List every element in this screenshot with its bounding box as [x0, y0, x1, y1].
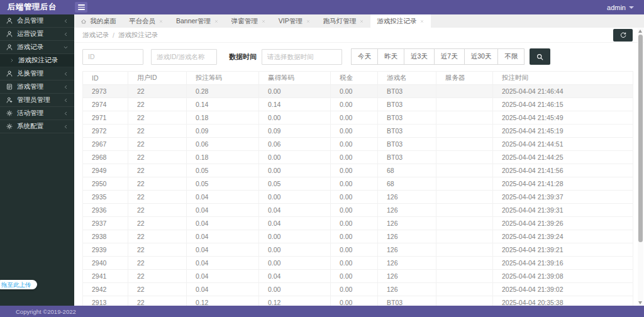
sidebar-item-7[interactable]: 系统配置 — [0, 120, 74, 133]
sidebar-item-label: 会员管理 — [17, 16, 43, 25]
quick-date-button-0[interactable]: 今天 — [351, 48, 378, 65]
close-icon — [306, 19, 311, 24]
tab-close-icon[interactable] — [158, 19, 164, 24]
table-cell: 2025-04-04 21:39:21 — [493, 243, 633, 257]
hamburger-icon — [78, 4, 85, 6]
table-cell: 0.00 — [331, 191, 378, 204]
quick-date-button-1[interactable]: 昨天 — [377, 48, 404, 65]
quick-date-button-5[interactable]: 不限 — [497, 48, 525, 65]
date-input[interactable] — [262, 49, 342, 65]
table-cell: 2025-04-04 21:44:51 — [493, 138, 633, 151]
table-cell: 0.00 — [331, 243, 378, 257]
tab-0[interactable]: 我的桌面 — [74, 14, 123, 28]
scroll-down-icon[interactable] — [638, 301, 642, 304]
table-cell: 0.18 — [187, 151, 259, 164]
user-icon — [6, 43, 13, 51]
table-cell: 2974 — [83, 98, 128, 111]
search-button[interactable] — [530, 48, 550, 65]
table-cell: 22 — [128, 177, 187, 191]
table-cell — [436, 257, 493, 270]
quick-date-group: 今天昨天近3天近7天近30天不限 — [351, 48, 525, 65]
sidebar-item-4[interactable]: 游戏管理 — [0, 81, 74, 94]
table-cell: 0.00 — [259, 111, 331, 125]
table-cell: 2938 — [83, 230, 128, 243]
quick-date-button-2[interactable]: 近3天 — [404, 48, 435, 65]
table-cell: 0.14 — [259, 98, 331, 111]
table-cell — [436, 164, 493, 177]
column-header-6: 服务器 — [436, 72, 493, 85]
table-cell: 0.00 — [331, 111, 378, 125]
table-cell: 68 — [378, 177, 436, 191]
tab-3[interactable]: 弹窗管理 — [225, 14, 272, 28]
column-header-2: 投注筹码 — [187, 72, 259, 85]
sidebar-item-0[interactable]: 会员管理 — [0, 14, 74, 28]
table-row: 2973220.280.000.00BT032025-04-04 21:46:4… — [83, 85, 633, 98]
table-row: 2942220.040.000.001262025-04-04 21:39:02 — [83, 283, 633, 296]
tab-4[interactable]: VIP管理 — [272, 14, 317, 28]
table-row: 2941220.040.040.001262025-04-04 21:39:08 — [83, 270, 633, 283]
tab-close-icon[interactable] — [419, 19, 425, 24]
quick-date-button-3[interactable]: 近7天 — [434, 48, 465, 65]
date-label: 数据时间 — [229, 52, 257, 62]
table-cell: 0.06 — [259, 138, 331, 151]
quick-date-button-4[interactable]: 近30天 — [464, 48, 499, 65]
table-cell: 2968 — [83, 151, 128, 164]
table-cell: BT03 — [378, 85, 436, 98]
close-icon — [261, 19, 266, 24]
tab-close-icon[interactable] — [306, 19, 311, 24]
chevron-left-icon — [63, 18, 69, 24]
upload-drop-hint[interactable]: 拖至此上传 — [0, 280, 37, 289]
table-cell: 126 — [378, 243, 436, 257]
table-row: 2949220.050.000.00682025-04-04 21:41:56 — [83, 164, 633, 177]
user-icon — [6, 17, 13, 25]
sidebar-item-1[interactable]: 运营设置 — [0, 28, 74, 41]
table-cell: 0.00 — [331, 270, 378, 283]
tab-5[interactable]: 跑马灯管理 — [317, 14, 371, 28]
scroll-up-icon[interactable] — [638, 30, 642, 33]
tab-2[interactable]: Banner管理 — [170, 14, 225, 28]
table-cell: 22 — [128, 230, 187, 243]
scrollbar-thumb[interactable] — [638, 35, 643, 242]
id-input[interactable] — [82, 49, 143, 65]
table-cell: 2025-04-04 21:46:15 — [493, 98, 633, 111]
chevron-down-icon — [629, 6, 634, 9]
sidebar-item-label: 活动管理 — [17, 109, 43, 118]
tab-6[interactable]: 游戏投注记录 — [370, 14, 431, 28]
sidebar-item-label: 兑换管理 — [17, 69, 43, 78]
sidebar-item-2[interactable]: 游戏记录 — [0, 41, 74, 54]
app-title: 后端管理后台 — [0, 2, 67, 13]
table-row: 2936220.040.040.001262025-04-04 21:39:31 — [83, 204, 633, 217]
table-cell: 0.04 — [187, 243, 259, 257]
table-cell — [436, 138, 493, 151]
table-cell: 2025-04-04 21:39:37 — [493, 191, 633, 204]
close-icon — [158, 19, 164, 24]
table-cell — [436, 98, 493, 111]
table-cell — [436, 217, 493, 230]
tab-1[interactable]: 平台会员 — [123, 14, 170, 28]
sidebar-item-3[interactable]: 兑换管理 — [0, 67, 74, 81]
sidebar-item-label: 系统配置 — [17, 122, 43, 131]
copyright-text: Copyright ©2019-2022 — [16, 308, 76, 315]
sidebar-item-5[interactable]: 管理员管理 — [0, 94, 74, 107]
table-cell — [436, 151, 493, 164]
table-cell: 0.00 — [259, 85, 331, 98]
gear-icon — [6, 109, 13, 117]
table-cell: 2025-04-04 21:39:26 — [493, 217, 633, 230]
sidebar-item-6[interactable]: 活动管理 — [0, 107, 74, 120]
tab-close-icon[interactable] — [359, 19, 364, 24]
sidebar-toggle-button[interactable] — [75, 2, 87, 13]
tab-close-icon[interactable] — [214, 19, 219, 24]
refresh-button[interactable] — [613, 29, 633, 42]
table-cell: 22 — [128, 296, 187, 306]
table-cell: 2940 — [83, 257, 128, 270]
sidebar-item-label: 游戏记录 — [17, 43, 43, 52]
breadcrumb-parent[interactable]: 游戏记录 — [82, 31, 109, 40]
tab-close-icon[interactable] — [261, 19, 266, 24]
vertical-scrollbar[interactable] — [638, 28, 643, 306]
username: admin — [607, 4, 626, 11]
table-cell: 22 — [128, 257, 187, 270]
game-input[interactable] — [151, 49, 217, 65]
sidebar-subitem-2-0[interactable]: 游戏投注记录 — [0, 54, 74, 67]
table-cell: 2913 — [83, 296, 128, 306]
user-menu[interactable]: admin — [607, 4, 634, 11]
